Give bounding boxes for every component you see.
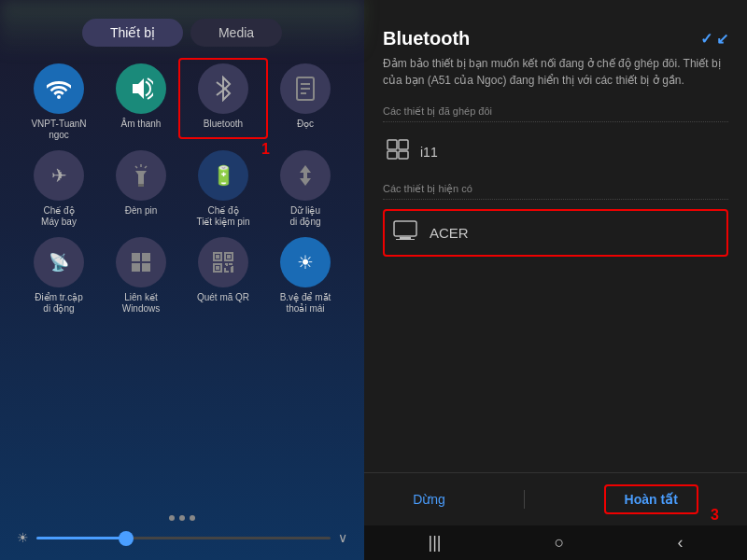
brightness-slider[interactable] [36,537,331,539]
tab-thiet-bi[interactable]: Thiết bị [82,19,183,47]
sound-item[interactable]: Âm thanh [104,63,178,141]
slider-thumb [119,531,134,546]
bottom-area: ☀ ∨ [9,515,355,551]
paired-device-i11: i11 [383,132,728,172]
paired-section-label: Các thiết bị đã ghép đôi [383,105,728,122]
torch-item[interactable]: Đèn pin [104,150,178,228]
wifi-label: VNPT-TuanNngoc [31,119,86,141]
bluetooth-description: Đảm bảo thiết bị bạn muốn kết nối đang ở… [383,55,728,89]
hotspot-item[interactable]: 📡 Điểm tr.cậpdi động [21,237,96,315]
battery-icon: 🔋 [198,150,248,201]
torch-icon [116,150,166,201]
windows-label: Liên kếtWindows [122,292,161,315]
svg-rect-24 [396,239,415,240]
svg-rect-8 [132,253,140,261]
hotspot-icon: 📡 [34,237,84,287]
svg-rect-18 [388,140,397,149]
sound-label: Âm thanh [121,119,162,130]
torch-label: Đèn pin [125,205,157,217]
right-footer: Dừng Hoàn tất 3 ||| ○ ‹ [364,472,747,560]
svg-rect-21 [399,151,408,159]
quick-settings-grid: VNPT-TuanNngoc Âm thanh Bluetooth 1 Đọc [21,63,343,315]
windows-icon [116,237,166,287]
bluetooth-label: Bluetooth [204,119,243,130]
svg-rect-5 [138,175,144,184]
svg-rect-22 [394,221,416,236]
svg-marker-6 [135,171,147,175]
available-section-label: Các thiết bị hiện có [383,183,728,200]
confirm-wrapper: Hoàn tất 3 [604,484,698,514]
page-dots [9,515,355,521]
bluetooth-title: Bluetooth [383,28,470,49]
acer-device-icon [392,220,418,245]
nav-home-icon[interactable]: ○ [555,533,565,553]
svg-rect-10 [132,263,140,272]
paired-device-icon [387,139,409,164]
svg-rect-19 [399,140,408,149]
svg-rect-15 [227,255,231,259]
dot-3 [190,515,195,521]
bluetooth-check-icon: ✓ ↙ [700,30,728,48]
svg-rect-17 [216,266,219,270]
doc-item[interactable]: Đọc [268,63,343,141]
cancel-button[interactable]: Dừng [413,492,445,507]
footer-actions: Dừng Hoàn tất 3 [364,473,747,525]
qr-item[interactable]: Quét mã QR [186,237,261,315]
protect-item[interactable]: ☀ B.vệ để mắtthoải mái [268,237,343,315]
wifi-item[interactable]: VNPT-TuanNngoc [21,63,96,141]
svg-rect-23 [400,237,411,239]
right-panel: Bluetooth ✓ ↙ Đảm bảo thiết bị bạn muốn … [364,0,747,560]
data-item[interactable]: Dữ liệudi động [268,150,343,228]
protect-icon: ☀ [280,237,331,287]
doc-label: Đọc [297,119,314,130]
qr-label: Quét mã QR [197,292,249,303]
bluetooth-settings: Bluetooth ✓ ↙ Đảm bảo thiết bị bạn muốn … [364,0,747,472]
available-device-wrapper: ACER 2 [383,209,728,262]
left-panel: Thiết bị Media VNPT-TuanNngoc Âm thanh B… [0,0,364,560]
battery-label: Chế độTiết kiệm pin [196,205,249,228]
svg-rect-9 [142,253,150,261]
nav-recent-icon[interactable]: ||| [429,533,442,553]
sound-icon [116,63,166,114]
expand-button[interactable]: ∨ [338,530,347,545]
brightness-low-icon: ☀ [17,530,29,545]
svg-rect-13 [216,255,219,259]
hotspot-label: Điểm tr.cậpdi động [35,292,82,315]
svg-rect-11 [142,263,150,272]
dot-1 [169,515,175,521]
battery-item[interactable]: 🔋 Chế độTiết kiệm pin [186,150,261,228]
step3-badge: 3 [711,507,719,524]
svg-rect-7 [138,184,144,187]
protect-label: B.vệ để mắtthoải mái [280,292,331,315]
windows-item[interactable]: Liên kếtWindows [104,237,178,315]
brightness-row: ☀ ∨ [9,530,355,545]
acer-device-name: ACER [430,225,469,241]
paired-device-name: i11 [420,145,438,160]
available-device-acer[interactable]: ACER [383,209,728,257]
svg-marker-0 [133,78,144,99]
wifi-icon [34,63,84,114]
dot-2 [179,515,185,521]
nav-bar: ||| ○ ‹ [364,525,747,560]
airplane-item[interactable]: ✈ Chế độMáy bay [21,150,96,228]
data-icon [280,150,331,201]
tabs-row: Thiết bị Media [82,19,282,47]
confirm-button[interactable]: Hoàn tất [604,484,698,514]
bluetooth-item[interactable]: Bluetooth 1 [186,63,261,141]
bluetooth-icon [198,63,248,114]
airplane-label: Chế độMáy bay [41,205,77,228]
data-label: Dữ liệudi động [289,205,320,228]
doc-icon [280,63,331,114]
qr-icon [198,237,248,287]
footer-divider [524,490,525,509]
nav-back-icon[interactable]: ‹ [677,533,683,553]
svg-rect-20 [388,151,397,159]
slider-fill [36,537,125,539]
airplane-icon: ✈ [34,150,84,201]
tab-media[interactable]: Media [190,19,282,47]
bluetooth-title-row: Bluetooth ✓ ↙ [383,28,728,49]
